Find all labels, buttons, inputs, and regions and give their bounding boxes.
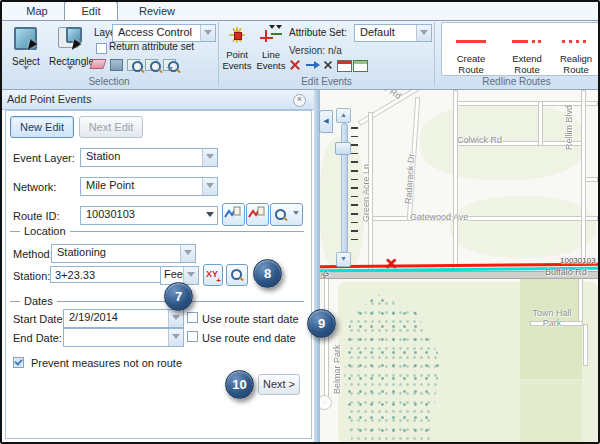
chevron-down-icon — [67, 66, 73, 73]
network-label: Network: — [13, 181, 56, 193]
extend-route-label: Extend Route — [500, 53, 554, 75]
chevron-down-icon[interactable] — [168, 310, 183, 327]
extend-route-button[interactable]: Extend Route — [500, 23, 554, 75]
road — [453, 90, 458, 272]
park-area — [450, 196, 596, 258]
point-events-label: Point Events — [221, 49, 253, 71]
zoom-in-button[interactable]: ▲ — [336, 108, 351, 123]
select-route-on-map-button[interactable] — [222, 203, 245, 226]
street-label-buffalo: Buffalo Rd — [545, 267, 587, 277]
road-rellim — [581, 90, 586, 275]
select-route-arrow-icon — [223, 204, 242, 223]
return-attribute-set-checkbox[interactable] — [96, 43, 107, 54]
zoom-slider-handle[interactable] — [335, 142, 351, 155]
rectangle-tool-icon — [58, 27, 82, 51]
rectangle-tool-button[interactable]: Rectangle — [49, 23, 91, 75]
road-belmar — [324, 278, 329, 398]
select-all-icon[interactable] — [108, 56, 124, 71]
chevron-down-icon[interactable] — [180, 245, 195, 262]
street-label-gatewood: Gatewood Ave — [410, 212, 468, 222]
route-search-button[interactable] — [270, 203, 303, 226]
selection-options-icon[interactable] — [162, 56, 178, 71]
next-button[interactable]: Next > — [258, 374, 300, 395]
street-label-radarack: Radarack Dr — [403, 146, 417, 205]
prevent-measures-checkbox[interactable] — [13, 357, 24, 368]
chevron-down-icon[interactable] — [202, 149, 217, 166]
realign-route-label: Realign Route — [555, 53, 597, 75]
route-id-map-label: 10030103 — [560, 256, 596, 265]
collapse-panel-button[interactable]: ◀ — [319, 110, 333, 133]
event-layer-combobox[interactable]: Station — [80, 148, 218, 167]
event-table-icon[interactable] — [353, 60, 369, 75]
road — [538, 101, 543, 146]
xy-locate-button[interactable]: XY + — [203, 264, 223, 286]
prevent-measures-label: Prevent measures not on route — [31, 357, 182, 369]
layer-combobox[interactable]: Access Control — [112, 24, 216, 42]
use-route-start-date-label: Use route start date — [202, 313, 299, 325]
line-events-label: Line Events — [254, 49, 288, 71]
zoom-to-selection-icon[interactable] — [126, 56, 142, 71]
chevron-down-icon[interactable] — [183, 267, 198, 284]
network-combobox[interactable]: Mile Point — [80, 177, 218, 196]
zoom-out-button[interactable]: ▼ — [336, 252, 351, 267]
street-label-rellim: Rellim Blvd — [564, 100, 574, 150]
use-route-end-date-checkbox[interactable] — [187, 331, 198, 342]
chevron-down-icon[interactable] — [203, 207, 217, 224]
use-route-start-date-checkbox[interactable] — [187, 312, 198, 323]
pan-to-selection-icon[interactable] — [144, 56, 160, 71]
chevron-down-icon[interactable] — [200, 25, 215, 41]
tab-map[interactable]: Map — [8, 3, 66, 19]
select-tool-button[interactable]: Select — [5, 23, 47, 75]
point-events-button[interactable]: Point Events — [221, 23, 253, 75]
cul-de-sac — [320, 396, 331, 409]
point-event-x-marker: ✕ — [385, 255, 398, 273]
next-edit-button[interactable]: Next Edit — [79, 116, 143, 138]
new-edit-button[interactable]: New Edit — [10, 116, 74, 138]
use-route-end-date-label: Use route end date — [202, 332, 296, 344]
event-layer-value: Station — [86, 150, 120, 162]
map-canvas[interactable]: ✕ ar Rd Colwick Rd Rellim Blvd Green Acr… — [320, 90, 598, 444]
chevron-down-icon[interactable] — [416, 25, 431, 41]
start-date-picker[interactable]: 2/19/2014 — [63, 309, 184, 328]
event-layer-label: Event Layer: — [13, 152, 75, 164]
method-combobox[interactable]: Stationing — [51, 244, 196, 263]
station-input[interactable] — [50, 266, 161, 283]
start-date-label: Start Date: — [13, 313, 66, 325]
event-attributes-window-icon[interactable] — [337, 60, 353, 75]
panel-header: Add Point Events × — [0, 90, 314, 110]
tab-review[interactable]: Review — [128, 3, 186, 19]
road — [583, 324, 588, 366]
end-date-picker[interactable] — [63, 328, 184, 347]
merge-events-icon[interactable] — [306, 59, 322, 74]
town-hall-park-label: Town Hall Park — [532, 308, 572, 328]
route-id-combobox[interactable]: 10030103 — [80, 206, 218, 225]
snap-event-icon[interactable] — [322, 59, 338, 74]
street-label-green-acre: Green Acre Ln — [361, 156, 371, 222]
create-route-button[interactable]: Create Route — [444, 23, 498, 75]
selection-group-label: Selection — [0, 76, 218, 88]
clear-route-arrow-icon — [247, 204, 266, 223]
attribute-set-combobox[interactable]: Default — [354, 24, 432, 42]
tab-edit[interactable]: Edit — [64, 1, 118, 20]
ribbon-tabstrip: Map Edit Review — [0, 0, 600, 21]
realign-route-button[interactable]: Realign Route — [555, 23, 597, 75]
start-date-value: 2/19/2014 — [69, 311, 118, 323]
station-label: Station: — [13, 270, 50, 282]
station-search-button[interactable] — [226, 264, 248, 286]
clear-selection-icon[interactable] — [90, 56, 106, 71]
network-value: Mile Point — [86, 179, 134, 191]
select-tool-icon — [14, 27, 38, 51]
version-label: Version: n/a — [289, 45, 342, 56]
zoom-slider-ticks — [351, 127, 358, 247]
chevron-down-icon — [293, 211, 299, 218]
close-icon[interactable]: × — [293, 94, 306, 107]
panel-splitter[interactable] — [314, 90, 320, 444]
clear-route-selection-button[interactable] — [246, 203, 269, 226]
split-event-icon[interactable] — [289, 59, 305, 74]
chevron-down-icon[interactable] — [202, 178, 217, 195]
town-hall-park-area — [520, 279, 582, 379]
ribbon: Select Rectangle Layer: Access Control R… — [0, 20, 600, 90]
callout-badge-8: 8 — [253, 259, 282, 288]
chevron-down-icon[interactable] — [168, 329, 183, 346]
line-events-button[interactable]: Line Events — [254, 23, 288, 75]
